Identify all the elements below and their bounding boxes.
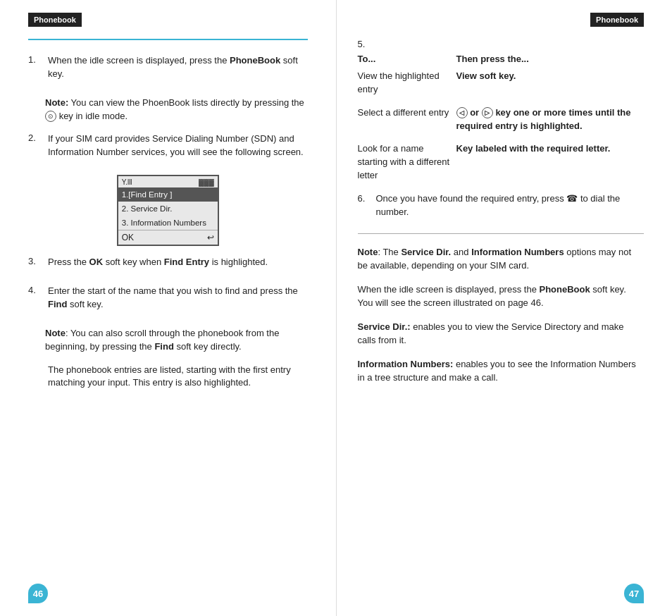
row1-then: View soft key. <box>456 70 645 83</box>
left-top-divider <box>28 39 308 40</box>
row1-to: View the highlighted entry <box>358 70 456 97</box>
step-2-content: If your SIM card provides Service Dialin… <box>48 133 308 164</box>
row3-then: Key labeled with the required letter. <box>456 142 645 156</box>
phone-screen-top: Y.lll ▓▓▓ <box>118 176 218 187</box>
step-4-para2: The phonebook entries are listed, starti… <box>48 364 308 390</box>
step-3: 3. Press the OK soft key when Find Entry… <box>28 256 308 273</box>
table-row-2: Select a different entry ◁ or ▷ key one … <box>358 106 645 133</box>
row3-to: Look for a name starting with a differen… <box>358 142 456 183</box>
step-6-num: 6. <box>358 192 373 219</box>
left-header-text: Phonebook <box>34 16 76 24</box>
right-column: Phonebook 5. To... Then press the... Vie… <box>337 0 673 616</box>
back-softkey-icon: ↩ <box>207 233 214 242</box>
step-1-note: Note: You can view the PhoenBook lists d… <box>45 97 308 123</box>
left-column: Phonebook 1. When the idle screen is dis… <box>0 0 336 616</box>
row2-then: ◁ or ▷ key one or more times until the r… <box>456 106 645 133</box>
battery-icon: ▓▓▓ <box>199 178 214 186</box>
step-6: 6. Once you have found the required entr… <box>358 192 645 219</box>
step-5-num: 5. <box>358 39 366 49</box>
nav-key-right-icon: ▷ <box>482 107 493 118</box>
signal-bars: Y.lll <box>122 178 132 186</box>
right-bottom-divider <box>358 233 645 234</box>
table-row-3: Look for a name starting with a differen… <box>358 142 645 183</box>
right-para2: Service Dir.: enables you to view the Se… <box>358 320 645 347</box>
step-4-num: 4. <box>28 285 44 295</box>
step-4-note: Note: You can also scroll through the ph… <box>45 327 308 354</box>
phone-softkeys: OK ↩ <box>118 230 218 245</box>
phone-menu-item-3: 3. Information Numbers <box>118 216 218 230</box>
row2-or-text: or <box>470 107 482 118</box>
col-to-header: To... <box>358 54 456 64</box>
ok-softkey-label: OK <box>122 233 134 242</box>
right-header-text: Phonebook <box>596 16 638 24</box>
right-para1: When the idle screen is displayed, press… <box>358 283 645 310</box>
right-header-bar: Phonebook <box>590 13 644 27</box>
step-3-content: Press the OK soft key when Find Entry is… <box>48 256 308 273</box>
step-2: 2. If your SIM card provides Service Dia… <box>28 133 308 164</box>
phone-screen-mock: Y.lll ▓▓▓ 1.[Find Entry ] 2. Service Dir… <box>117 175 219 246</box>
step-1: 1. When the idle screen is displayed, pr… <box>28 54 308 85</box>
phone-menu-item-2: 2. Service Dir. <box>118 202 218 216</box>
table-row-1: View the highlighted entry View soft key… <box>358 70 645 97</box>
page-container: Phonebook 1. When the idle screen is dis… <box>0 0 672 616</box>
right-para3: Information Numbers: enables you to see … <box>358 357 645 385</box>
nav-key-left-icon: ◁ <box>456 107 468 118</box>
step-1-text: When the idle screen is displayed, press… <box>48 54 308 81</box>
step-5-container: 5. <box>358 39 645 49</box>
left-header-bar: Phonebook <box>28 13 82 27</box>
step-4-content: Enter the start of the name that you wis… <box>48 285 308 316</box>
col-then-header: Then press the... <box>456 54 645 64</box>
step-4: 4. Enter the start of the name that you … <box>28 285 308 316</box>
table-header: To... Then press the... <box>358 54 645 64</box>
page-number-right: 47 <box>624 584 644 603</box>
phone-dial-icon: ☎ <box>566 193 580 204</box>
row2-to: Select a different entry <box>358 106 456 120</box>
step-1-num: 1. <box>28 54 44 65</box>
nav-key-icon: ⊙ <box>45 111 56 122</box>
step-2-num: 2. <box>28 133 44 143</box>
step-3-num: 3. <box>28 256 44 266</box>
page-number-left: 46 <box>28 584 48 603</box>
right-note-block: Note: The Service Dir. and Information N… <box>358 245 645 273</box>
step-1-content: When the idle screen is displayed, press… <box>48 54 308 85</box>
phone-menu-item-1: 1.[Find Entry ] <box>118 187 218 202</box>
